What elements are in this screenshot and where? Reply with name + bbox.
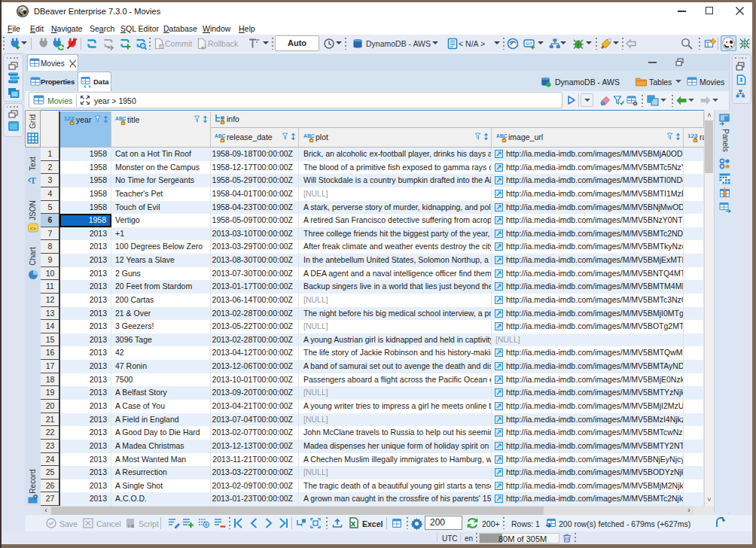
svg-text:ABC: ABC	[496, 133, 508, 139]
svg-text:ABC: ABC	[115, 116, 127, 121]
svg-text:ABC: ABC	[303, 133, 315, 139]
svg-text:Q: Q	[129, 525, 132, 528]
svg-text:GIT: GIT	[526, 41, 533, 46]
svg-text:<>: <>	[30, 226, 36, 232]
svg-text:T: T	[30, 175, 36, 186]
svg-text:ABC: ABC	[215, 133, 226, 139]
